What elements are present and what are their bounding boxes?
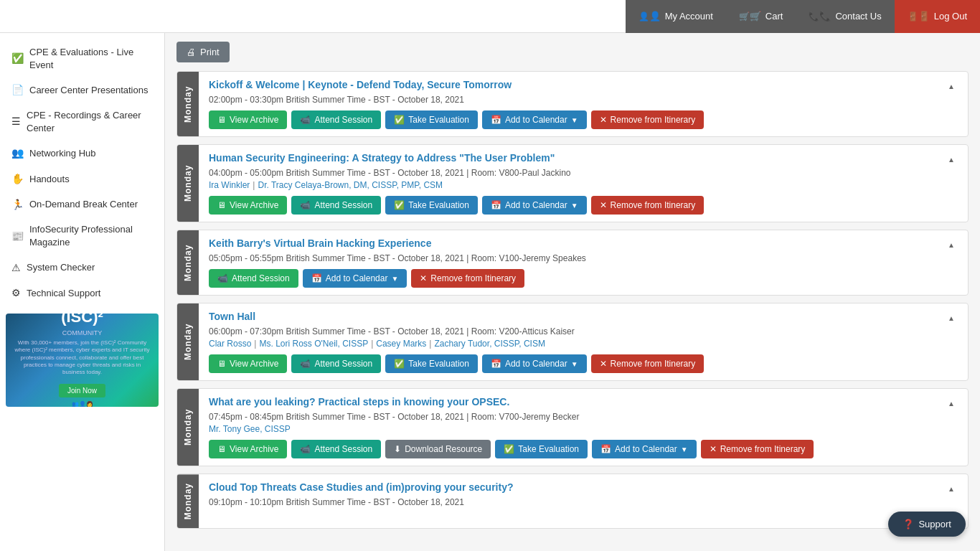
sidebar-label-handouts: Handouts [29,173,70,186]
view-archive-btn-1[interactable]: 🖥 View Archive [209,110,287,129]
session-title-3[interactable]: Keith Barry's Virtual Brain Hacking Expe… [209,237,945,249]
sidebar: ✅ CPE & Evaluations - Live Event 📄 Caree… [0,33,165,551]
remove-itinerary-btn-1[interactable]: ✕ Remove from Itinerary [591,110,705,129]
session-collapse-btn-6[interactable] [945,481,958,494]
attend-session-label-5: Attend Session [314,444,372,454]
add-calendar-btn-4[interactable]: 📅 Add to Calendar ▼ [482,354,587,373]
community-logo: (ISC)² [61,314,103,326]
session-title-4[interactable]: Town Hall [209,311,945,322]
support-icon: ❓ [903,519,914,529]
view-archive-btn-2[interactable]: 🖥 View Archive [209,196,287,215]
calendar-icon-4: 📅 [491,359,501,369]
remove-itinerary-btn-2[interactable]: ✕ Remove from Itinerary [591,196,705,215]
top-navigation: 👤 My Account 🛒 Cart 📞 Contact Us 🚪 Log O… [0,0,980,33]
times-icon-5: ✕ [710,444,717,454]
speaker-link-5-0[interactable]: Mr. Tony Gee, CISSP [209,424,291,434]
community-people-image: 👥👤👩 [72,401,93,407]
join-now-button[interactable]: Join Now [59,384,105,397]
check-icon-5: ✅ [504,444,514,454]
add-calendar-btn-3[interactable]: 📅 Add to Calendar ▼ [303,269,407,288]
session-title-1[interactable]: Kickoff & Welcome | Keynote - Defend Tod… [209,79,945,90]
attend-session-btn-3[interactable]: 📹 Attend Session [209,269,298,288]
speaker-link-4-1[interactable]: Ms. Lori Ross O'Neil, CISSP [259,339,368,349]
main-content: 🖨 Print Monday Kickoff & Welcome | Keyno… [165,33,980,551]
my-account-label: My Account [665,11,713,22]
sidebar-item-on-demand[interactable]: 🏃 On-Demand Break Center [0,192,164,218]
session-header-6: Cloud Top Threats Case Studies and (im)p… [209,481,958,494]
chevron-up-icon-5 [948,396,955,408]
session-day-5: Monday [177,389,199,466]
speaker-link-4-2[interactable]: Casey Marks [376,339,426,349]
attend-session-btn-4[interactable]: 📹 Attend Session [291,354,381,373]
sidebar-item-networking[interactable]: 👥 Networking Hub [0,141,164,166]
add-calendar-btn-1[interactable]: 📅 Add to Calendar ▼ [482,110,587,129]
view-archive-btn-4[interactable]: 🖥 View Archive [209,354,287,373]
attend-session-label-1: Attend Session [314,115,372,125]
sidebar-item-technical-support[interactable]: ⚙ Technical Support [0,281,164,306]
session-actions-5: 🖥 View Archive 📹 Attend Session ⬇ Downlo… [209,440,958,458]
video-icon-3: 📹 [217,273,228,283]
speaker-link-4-3[interactable]: Zachary Tudor, CISSP, CISM [434,339,545,349]
sidebar-item-infosecurity[interactable]: 📰 InfoSecurity Professional Magazine [0,217,164,255]
remove-itinerary-label-3: Remove from Itinerary [430,273,516,283]
take-evaluation-btn-4[interactable]: ✅ Take Evaluation [385,354,478,373]
chevron-up-icon-2 [948,152,955,164]
people-icon: 👥 [11,146,24,161]
log-out-button[interactable]: 🚪 Log Out [895,0,980,33]
download-resource-btn-5[interactable]: ⬇ Download Resource [385,440,491,458]
session-title-6[interactable]: Cloud Top Threats Case Studies and (im)p… [209,481,945,493]
speaker-link-4-0[interactable]: Clar Rosso [209,339,251,349]
remove-itinerary-btn-3[interactable]: ✕ Remove from Itinerary [411,269,524,288]
session-collapse-btn-2[interactable] [945,152,958,165]
take-evaluation-btn-5[interactable]: ✅ Take Evaluation [495,440,588,458]
times-icon-1: ✕ [600,115,607,125]
session-card-3: Monday Keith Barry's Virtual Brain Hacki… [176,230,969,296]
cart-button[interactable]: 🛒 Cart [726,0,796,33]
session-collapse-btn-5[interactable] [945,396,958,409]
contact-us-button[interactable]: 📞 Contact Us [796,0,894,33]
sidebar-item-system-checker[interactable]: ⚠ System Checker [0,255,164,281]
take-evaluation-btn-2[interactable]: ✅ Take Evaluation [385,196,478,215]
session-title-5[interactable]: What are you leaking? Practical steps in… [209,396,945,408]
support-button[interactable]: ❓ Support [888,512,966,537]
session-time-3: 05:05pm - 05:55pm British Summer Time - … [209,253,958,263]
community-description: With 30,000+ members, join the (ISC)² Co… [13,339,151,377]
times-icon-3: ✕ [420,273,427,283]
sidebar-item-cpe-recordings[interactable]: ☰ CPE - Recordings & Career Center [0,103,164,141]
take-evaluation-label-2: Take Evaluation [408,200,469,210]
take-evaluation-label-1: Take Evaluation [408,115,469,125]
attend-session-label-4: Attend Session [314,359,372,369]
print-button[interactable]: 🖨 Print [176,42,230,62]
sidebar-item-cpe-evaluations[interactable]: ✅ CPE & Evaluations - Live Event [0,40,164,77]
take-evaluation-label-5: Take Evaluation [518,444,579,454]
session-title-2[interactable]: Human Security Engineering: A Strategy t… [209,152,945,164]
view-archive-btn-5[interactable]: 🖥 View Archive [209,440,287,458]
speaker-link-2-1[interactable]: Dr. Tracy Celaya-Brown, DM, CISSP, PMP, … [258,180,443,190]
sidebar-item-handouts[interactable]: ✋ Handouts [0,166,164,192]
session-collapse-btn-4[interactable] [945,311,958,324]
session-collapse-btn-1[interactable] [945,79,958,92]
session-collapse-btn-3[interactable] [945,237,958,250]
add-calendar-btn-2[interactable]: 📅 Add to Calendar ▼ [482,196,587,215]
session-card-4: Monday Town Hall 06:00pm - 07:30pm Briti… [176,303,969,381]
speaker-link-2-0[interactable]: Ira Winkler [209,180,250,190]
session-speakers-4: Clar Rosso | Ms. Lori Ross O'Neil, CISSP… [209,339,958,349]
session-speakers-5: Mr. Tony Gee, CISSP [209,424,958,434]
chevron-up-icon-3 [948,237,955,250]
attend-session-btn-2[interactable]: 📹 Attend Session [291,196,381,215]
community-banner-image: JOIN THE (ISC)² COMMUNITY With 30,000+ m… [6,314,159,407]
add-calendar-label-5: Add to Calendar [615,444,677,454]
attend-session-label-3: Attend Session [232,273,290,283]
add-calendar-btn-5[interactable]: 📅 Add to Calendar ▼ [592,440,697,458]
community-banner[interactable]: JOIN THE (ISC)² COMMUNITY With 30,000+ m… [6,314,159,407]
sidebar-item-career-center[interactable]: 📄 Career Center Presentations [0,77,164,103]
attend-session-btn-1[interactable]: 📹 Attend Session [291,110,381,129]
session-body-4: Town Hall 06:00pm - 07:30pm British Summ… [199,303,968,380]
take-evaluation-btn-1[interactable]: ✅ Take Evaluation [385,110,478,129]
remove-itinerary-btn-5[interactable]: ✕ Remove from Itinerary [701,440,814,458]
calendar-icon-1: 📅 [491,115,501,125]
my-account-button[interactable]: 👤 My Account [626,0,726,33]
session-time-5: 07:45pm - 08:45pm British Summer Time - … [209,412,958,422]
remove-itinerary-btn-4[interactable]: ✕ Remove from Itinerary [591,354,705,373]
attend-session-btn-5[interactable]: 📹 Attend Session [291,440,381,458]
